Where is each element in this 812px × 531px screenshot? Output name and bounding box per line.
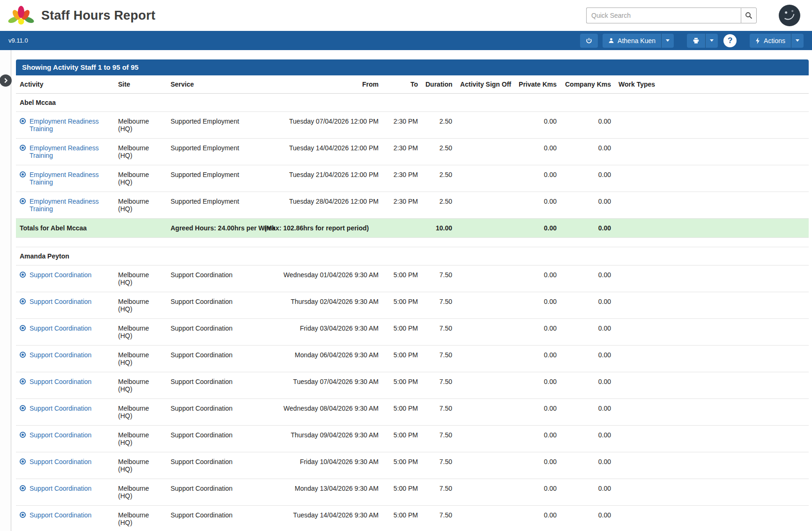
activity-cell: Support Coordination — [16, 266, 114, 292]
activity-link[interactable]: Employment Readiness Training — [30, 118, 111, 133]
work-types-cell — [615, 506, 809, 531]
private-kms-cell: 0.00 — [515, 266, 560, 292]
table-row: Employment Readiness TrainingMelbourne (… — [16, 139, 809, 165]
sign-off-cell — [456, 399, 515, 426]
search-button[interactable] — [741, 7, 757, 23]
actions-button[interactable]: Actions — [750, 34, 791, 48]
column-header-activity: Activity — [16, 75, 114, 94]
column-header-service: Service — [167, 75, 261, 94]
record-icon[interactable] — [20, 171, 26, 177]
activity-cell: Support Coordination — [16, 452, 114, 479]
duration-cell: 7.50 — [422, 399, 456, 426]
table-row: Support CoordinationMelbourne (HQ)Suppor… — [16, 506, 809, 531]
search-input[interactable] — [586, 7, 741, 23]
activity-link[interactable]: Employment Readiness Training — [30, 198, 111, 213]
activity-link[interactable]: Support Coordination — [30, 511, 91, 519]
print-menu — [687, 34, 718, 48]
activity-link[interactable]: Support Coordination — [30, 431, 91, 439]
sign-off-cell — [456, 112, 515, 139]
activity-link[interactable]: Support Coordination — [30, 458, 91, 465]
table-row: Employment Readiness TrainingMelbourne (… — [16, 112, 809, 139]
private-kms-cell: 0.00 — [515, 165, 560, 192]
totals-duration: 10.00 — [422, 219, 456, 238]
table-row: Support CoordinationMelbourne (HQ)Suppor… — [16, 292, 809, 319]
activity-link[interactable]: Support Coordination — [30, 298, 91, 305]
work-types-cell — [615, 266, 809, 292]
work-types-cell — [615, 192, 809, 219]
user-menu-button[interactable]: Athena Kuen — [603, 34, 661, 48]
company-kms-cell: 0.00 — [560, 165, 615, 192]
to-cell: 5:00 PM — [382, 479, 422, 506]
from-cell: Wednesday 01/04/2026 9:30 AM — [261, 266, 382, 292]
sidebar-expand-button[interactable] — [0, 74, 12, 87]
record-icon[interactable] — [20, 432, 26, 438]
site-cell: Melbourne (HQ) — [114, 139, 167, 165]
record-icon[interactable] — [20, 145, 26, 151]
private-kms-cell: 0.00 — [515, 506, 560, 531]
user-name-label: Athena Kuen — [618, 37, 656, 44]
duration-cell: 2.50 — [422, 165, 456, 192]
app-window: Staff Hours Report v9.11.0 — [0, 0, 812, 531]
toolbar: v9.11.0 Athena Kuen — [0, 31, 812, 50]
activity-cell: Support Coordination — [16, 346, 114, 372]
activity-cell: Support Coordination — [16, 292, 114, 319]
record-icon[interactable] — [20, 512, 26, 518]
from-cell: Tuesday 14/04/2026 12:00 PM — [261, 139, 382, 165]
activity-link[interactable]: Support Coordination — [30, 378, 91, 385]
activity-cell: Support Coordination — [16, 426, 114, 452]
site-cell: Melbourne (HQ) — [114, 319, 167, 346]
work-types-cell — [615, 399, 809, 426]
activity-link[interactable]: Employment Readiness Training — [30, 171, 111, 186]
work-types-cell — [615, 479, 809, 506]
record-icon[interactable] — [20, 272, 26, 278]
to-cell: 2:30 PM — [382, 192, 422, 219]
column-header-activity-sign-off: Activity Sign Off — [456, 75, 515, 94]
private-kms-cell: 0.00 — [515, 292, 560, 319]
search-icon — [745, 12, 752, 19]
record-icon[interactable] — [20, 325, 26, 331]
logout-button[interactable] — [580, 34, 598, 48]
from-cell: Tuesday 28/04/2026 12:00 PM — [261, 192, 382, 219]
record-icon[interactable] — [20, 458, 26, 465]
print-menu-caret[interactable] — [705, 34, 718, 48]
activity-link[interactable]: Support Coordination — [30, 405, 91, 412]
record-icon[interactable] — [20, 485, 26, 491]
from-cell: Monday 06/04/2026 9:30 AM — [261, 346, 382, 372]
activity-link[interactable]: Support Coordination — [30, 271, 91, 279]
service-cell: Support Coordination — [167, 506, 261, 531]
results-summary: Showing Activity Staff 1 to 95 of 95 — [16, 59, 809, 75]
duration-cell: 7.50 — [422, 372, 456, 399]
sign-off-cell — [456, 319, 515, 346]
avatar[interactable] — [778, 4, 801, 27]
record-icon[interactable] — [20, 405, 26, 411]
totals-private-kms: 0.00 — [515, 219, 560, 238]
activity-link[interactable]: Employment Readiness Training — [30, 144, 111, 159]
record-icon[interactable] — [20, 378, 26, 384]
record-icon[interactable] — [20, 118, 26, 124]
service-cell: Support Coordination — [167, 266, 261, 292]
to-cell: 5:00 PM — [382, 426, 422, 452]
user-menu-caret[interactable] — [661, 34, 674, 48]
service-cell: Support Coordination — [167, 372, 261, 399]
activity-link[interactable]: Support Coordination — [30, 351, 91, 359]
site-cell: Melbourne (HQ) — [114, 452, 167, 479]
record-icon[interactable] — [20, 298, 26, 304]
private-kms-cell: 0.00 — [515, 192, 560, 219]
toolbar-buttons: Athena Kuen ? Actions — [580, 34, 804, 48]
company-kms-cell: 0.00 — [560, 452, 615, 479]
private-kms-cell: 0.00 — [515, 426, 560, 452]
from-cell: Tuesday 07/04/2026 9:30 AM — [261, 372, 382, 399]
actions-menu-caret[interactable] — [791, 34, 804, 48]
print-button[interactable] — [687, 34, 705, 48]
activity-link[interactable]: Support Coordination — [30, 485, 91, 492]
app-header: Staff Hours Report — [0, 0, 812, 31]
help-button[interactable]: ? — [723, 34, 737, 47]
work-types-cell — [615, 426, 809, 452]
record-icon[interactable] — [20, 352, 26, 358]
avatar-icon — [778, 4, 801, 27]
work-types-cell — [615, 346, 809, 372]
agreed-hours: Agreed Hours: 24.00hrs per Week — [167, 219, 261, 238]
record-icon[interactable] — [20, 198, 26, 204]
company-kms-cell: 0.00 — [560, 319, 615, 346]
activity-link[interactable]: Support Coordination — [30, 324, 91, 332]
